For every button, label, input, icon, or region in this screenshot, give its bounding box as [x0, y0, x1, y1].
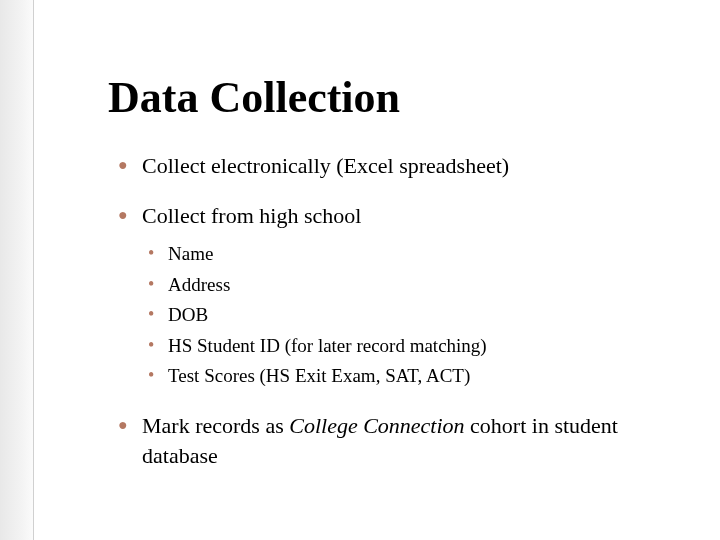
list-item-text-italic: College Connection — [289, 413, 464, 438]
list-item-text: Collect from high school — [142, 203, 361, 228]
slide-title: Data Collection — [108, 72, 660, 123]
sub-list-item-text: Test Scores (HS Exit Exam, SAT, ACT) — [168, 365, 470, 386]
sub-list: Name Address DOB HS Student ID (for late… — [148, 240, 660, 391]
main-list: Collect electronically (Excel spreadshee… — [118, 151, 660, 470]
sub-list-item-text: DOB — [168, 304, 208, 325]
list-item-text-prefix: Mark records as — [142, 413, 289, 438]
sub-list-item-text: Name — [168, 243, 213, 264]
sub-list-item: DOB — [148, 301, 660, 330]
sub-list-item: Test Scores (HS Exit Exam, SAT, ACT) — [148, 362, 660, 391]
sub-list-item: Address — [148, 271, 660, 300]
sub-list-item-text: HS Student ID (for later record matching… — [168, 335, 487, 356]
list-item: Mark records as College Connection cohor… — [118, 411, 660, 470]
sub-list-item-text: Address — [168, 274, 230, 295]
slide-content: Data Collection Collect electronically (… — [0, 0, 720, 490]
list-item: Collect from high school Name Address DO… — [118, 201, 660, 391]
list-item: Collect electronically (Excel spreadshee… — [118, 151, 660, 181]
sub-list-item: HS Student ID (for later record matching… — [148, 332, 660, 361]
list-item-text: Collect electronically (Excel spreadshee… — [142, 153, 509, 178]
sub-list-item: Name — [148, 240, 660, 269]
